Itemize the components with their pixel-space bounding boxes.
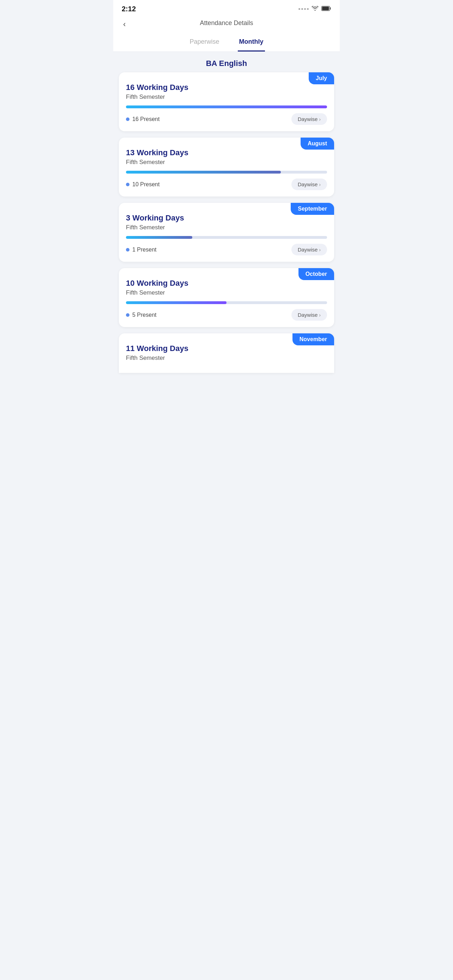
card-footer: 5 PresentDaywise ›: [126, 309, 327, 321]
working-days: 11 Working Days: [126, 344, 327, 353]
month-card-november: November11 Working DaysFifth Semester: [119, 333, 334, 373]
working-days: 10 Working Days: [126, 279, 327, 288]
progress-bar-bg: [126, 301, 327, 304]
present-count: 16 Present: [132, 116, 159, 123]
daywise-button[interactable]: Daywise ›: [291, 309, 327, 321]
signal-icon: [299, 8, 309, 10]
semester-label: Fifth Semester: [126, 94, 327, 100]
semester-label: Fifth Semester: [126, 224, 327, 231]
back-button[interactable]: ‹: [120, 18, 129, 30]
present-count: 5 Present: [132, 312, 156, 318]
month-card-october: October10 Working DaysFifth Semester5 Pr…: [119, 268, 334, 327]
progress-bar-fill: [126, 105, 327, 108]
tab-monthly[interactable]: Monthly: [238, 35, 265, 51]
working-days: 16 Working Days: [126, 83, 327, 92]
present-count: 1 Present: [132, 247, 156, 253]
daywise-button[interactable]: Daywise ›: [291, 113, 327, 125]
present-dot: [126, 183, 129, 186]
semester-label: Fifth Semester: [126, 355, 327, 361]
present-dot: [126, 248, 129, 251]
status-time: 2:12: [122, 5, 136, 13]
daywise-button[interactable]: Daywise ›: [291, 178, 327, 190]
progress-bar-bg: [126, 171, 327, 173]
progress-bar-bg: [126, 105, 327, 108]
progress-bar-fill: [126, 236, 192, 239]
header: ‹ Attendance Details: [113, 16, 340, 32]
present-count: 10 Present: [132, 181, 159, 188]
card-footer: 16 PresentDaywise ›: [126, 113, 327, 125]
status-icons: [299, 6, 331, 12]
tab-paperwise[interactable]: Paperwise: [188, 35, 221, 51]
progress-bar-fill: [126, 301, 227, 304]
semester-label: Fifth Semester: [126, 289, 327, 296]
present-dot: [126, 313, 129, 317]
chevron-right-icon: ›: [319, 247, 321, 253]
chevron-right-icon: ›: [319, 116, 321, 122]
present-label: 16 Present: [126, 116, 159, 123]
progress-bar-bg: [126, 236, 327, 239]
daywise-button[interactable]: Daywise ›: [291, 244, 327, 255]
card-footer: 1 PresentDaywise ›: [126, 244, 327, 255]
battery-icon: [321, 6, 331, 12]
present-label: 10 Present: [126, 181, 159, 188]
card-footer: 10 PresentDaywise ›: [126, 178, 327, 190]
month-card-july: July16 Working DaysFifth Semester16 Pres…: [119, 72, 334, 131]
chevron-right-icon: ›: [319, 182, 321, 187]
present-label: 5 Present: [126, 312, 156, 318]
semester-label: Fifth Semester: [126, 159, 327, 166]
month-badge: November: [292, 333, 334, 345]
header-title: Attendance Details: [200, 19, 253, 27]
month-badge: July: [309, 72, 334, 84]
svg-rect-1: [322, 6, 329, 10]
present-label: 1 Present: [126, 247, 156, 253]
month-badge: August: [300, 138, 334, 150]
status-bar: 2:12: [113, 0, 340, 16]
working-days: 13 Working Days: [126, 148, 327, 158]
cards-container: July16 Working DaysFifth Semester16 Pres…: [113, 72, 340, 381]
section-title: BA English: [113, 52, 340, 72]
month-card-august: August13 Working DaysFifth Semester10 Pr…: [119, 138, 334, 196]
month-card-september: September3 Working DaysFifth Semester1 P…: [119, 203, 334, 262]
tabs-bar: Paperwise Monthly: [113, 32, 340, 52]
progress-bar-fill: [126, 171, 281, 173]
chevron-right-icon: ›: [319, 312, 321, 318]
present-dot: [126, 118, 129, 121]
month-badge: October: [299, 268, 334, 280]
month-badge: September: [291, 203, 334, 215]
wifi-icon: [312, 6, 319, 12]
